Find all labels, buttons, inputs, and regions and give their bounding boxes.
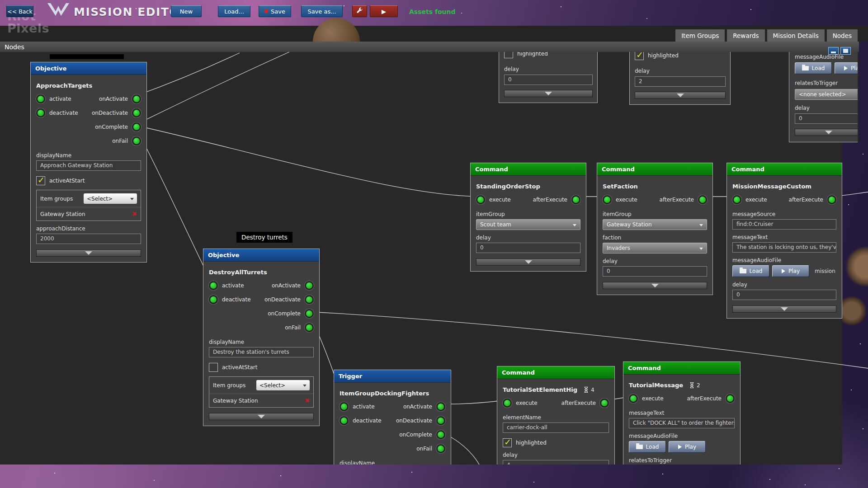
output-port-dot[interactable] — [132, 94, 141, 103]
node-scrollbar[interactable] — [795, 129, 858, 136]
output-port-dot[interactable] — [305, 281, 314, 290]
output-port-dot[interactable] — [305, 295, 314, 304]
output-port-dot[interactable] — [436, 416, 445, 425]
display-name-input[interactable]: Approach Gateway Station — [36, 160, 141, 171]
input-port-dot[interactable] — [503, 399, 512, 408]
output-port-dot[interactable] — [305, 323, 314, 332]
highlighted-checkbox[interactable] — [635, 52, 644, 60]
hourglass-icon — [689, 382, 694, 389]
delay-input[interactable]: 0 — [476, 243, 580, 253]
input-port-dot[interactable] — [629, 394, 638, 403]
port-after-execute: afterExecute — [687, 394, 735, 403]
maximize-button[interactable] — [840, 47, 851, 55]
node-partial-top-right: highlighted delay 2 — [629, 52, 731, 105]
input-port-dot[interactable] — [603, 195, 612, 204]
output-port-dot[interactable] — [132, 108, 141, 117]
input-port-dot[interactable] — [340, 402, 349, 411]
faction-select[interactable]: Invaders — [603, 243, 707, 253]
nodes-panel-header[interactable]: Nodes — [0, 42, 859, 52]
relates-to-trigger-select[interactable]: <none selected> — [795, 89, 858, 100]
input-port-dot[interactable] — [732, 195, 741, 204]
node-header[interactable]: Objective — [203, 249, 319, 262]
node-header[interactable]: Command — [623, 362, 740, 375]
port-label: onDeactivate — [92, 110, 128, 116]
node-scrollbar[interactable] — [603, 282, 707, 289]
node-scrollbar[interactable] — [635, 92, 726, 99]
highlighted-checkbox[interactable] — [504, 52, 513, 58]
tab-mission-details[interactable]: Mission Details — [767, 29, 825, 42]
input-port-dot[interactable] — [340, 416, 349, 425]
active-at-start-checkbox[interactable] — [209, 363, 218, 372]
output-port-dot[interactable] — [827, 195, 836, 204]
node-header[interactable]: Command — [471, 163, 586, 176]
node-header[interactable]: Command — [597, 163, 712, 176]
tab-rewards[interactable]: Rewards — [727, 29, 764, 42]
item-group-name: Gateway Station — [213, 398, 258, 404]
active-at-start-checkbox[interactable] — [36, 176, 45, 185]
delay-input[interactable]: 0 — [732, 290, 836, 300]
node-header[interactable]: Objective — [31, 62, 146, 75]
item-groups-select[interactable]: <Select> — [256, 380, 310, 390]
delay-input[interactable]: 2 — [635, 76, 726, 87]
unsaved-changes-dot — [264, 9, 268, 13]
item-group-entry: Gateway Station ✖ — [209, 394, 313, 407]
output-port-dot[interactable] — [436, 444, 445, 453]
node-scrollbar[interactable] — [504, 90, 593, 97]
item-group-select[interactable]: Scout team — [476, 219, 580, 230]
message-text-input[interactable]: The station is locking onto us, they've … — [732, 242, 836, 253]
node-scrollbar[interactable] — [36, 249, 141, 257]
node-scrollbar[interactable] — [732, 305, 836, 313]
play-label: Play — [851, 65, 858, 71]
output-port-dot[interactable] — [698, 195, 707, 204]
play-audio-button[interactable]: Play — [669, 441, 706, 453]
output-port-dot[interactable] — [436, 430, 445, 439]
save-button[interactable]: Save — [259, 5, 291, 17]
input-port-dot[interactable] — [36, 94, 45, 103]
item-groups-select[interactable]: <Select> — [84, 193, 137, 204]
highlighted-checkbox[interactable] — [503, 438, 512, 447]
node-graph-workspace[interactable]: Objective ApproachTargets activate onAct… — [0, 52, 868, 465]
tab-item-groups[interactable]: Item Groups — [675, 29, 725, 42]
play-audio-button[interactable]: Play — [835, 62, 858, 74]
node-header[interactable]: Command — [497, 366, 614, 379]
node-header[interactable]: Command — [727, 163, 842, 176]
output-port-dot[interactable] — [305, 309, 314, 318]
delay-input[interactable]: 4 — [503, 460, 609, 465]
run-mission-button[interactable]: ▶ — [370, 5, 398, 17]
delay-input[interactable]: 0 — [603, 266, 707, 277]
load-audio-button[interactable]: Load — [795, 62, 832, 74]
load-audio-button[interactable]: Load — [629, 441, 666, 453]
remove-item-group-button[interactable]: ✖ — [132, 211, 137, 217]
input-port-dot[interactable] — [476, 195, 485, 204]
node-header[interactable]: Trigger — [334, 370, 451, 383]
back-button[interactable]: << Back — [6, 5, 33, 17]
input-port-dot[interactable] — [209, 281, 218, 290]
item-group-select[interactable]: Gateway Station — [603, 219, 707, 230]
tab-nodes[interactable]: Nodes — [827, 29, 858, 42]
approach-distance-input[interactable]: 2000 — [36, 234, 141, 244]
node-scrollbar[interactable] — [209, 413, 314, 420]
new-button[interactable]: New — [171, 5, 202, 17]
input-port-dot[interactable] — [209, 295, 218, 304]
display-name-input[interactable]: Destroy the station's turrets — [209, 347, 314, 357]
input-port-dot[interactable] — [36, 108, 45, 117]
output-port-dot[interactable] — [571, 195, 580, 204]
load-audio-button[interactable]: Load — [732, 265, 769, 277]
tools-button[interactable] — [352, 5, 367, 17]
output-port-dot[interactable] — [132, 136, 141, 145]
save-as-button[interactable]: Save as... — [301, 5, 343, 17]
message-text-input[interactable]: Click "DOCK ALL" to order the fighters t — [629, 418, 735, 428]
minimize-button[interactable] — [828, 47, 839, 55]
remove-item-group-button[interactable]: ✖ — [305, 397, 310, 404]
output-port-dot[interactable] — [726, 394, 735, 403]
delay-input[interactable]: 0 — [504, 75, 593, 85]
play-audio-button[interactable]: Play — [772, 265, 809, 277]
load-button[interactable]: Load... — [218, 5, 250, 17]
element-name-input[interactable]: carrier-dock-all — [503, 422, 609, 433]
message-source-input[interactable]: find:0:Cruiser — [732, 219, 836, 230]
node-scrollbar[interactable] — [476, 258, 580, 266]
output-port-dot[interactable] — [436, 402, 445, 411]
output-port-dot[interactable] — [600, 399, 609, 408]
delay-input[interactable]: 0 — [795, 113, 858, 124]
output-port-dot[interactable] — [132, 122, 141, 131]
